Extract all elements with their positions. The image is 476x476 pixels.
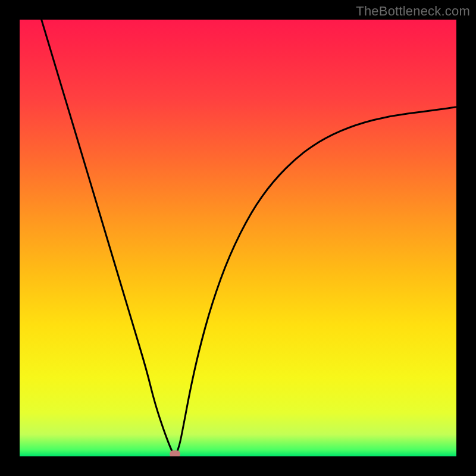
bottleneck-curve [42, 20, 456, 454]
chart-frame: TheBottleneck.com [0, 0, 476, 476]
optimal-marker [170, 450, 180, 456]
curve-layer [20, 20, 456, 456]
plot-area [20, 20, 456, 456]
watermark-label: TheBottleneck.com [356, 4, 470, 19]
